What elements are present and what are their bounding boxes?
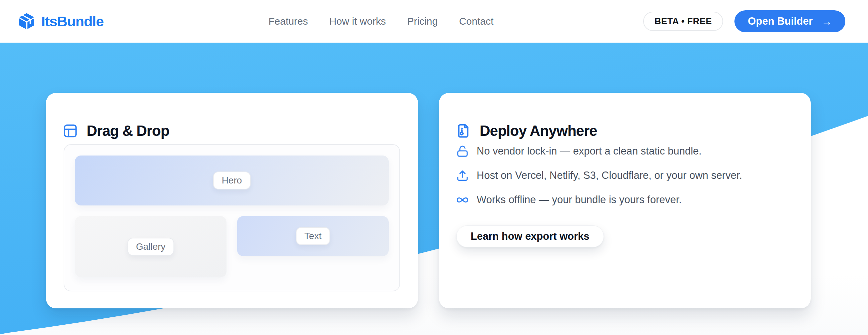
beta-free-badge: BETA • FREE [643,12,723,31]
open-builder-label: Open Builder [748,15,813,27]
drag-drop-title: Drag & Drop [87,123,169,139]
nav-item-features[interactable]: Features [269,16,308,27]
list-item: Host on Vercel, Netlify, S3, Cloudflare,… [456,167,742,184]
gallery-block[interactable]: Gallery [75,216,226,277]
arrow-right-icon: → [822,15,832,28]
infinity-icon [456,194,469,206]
hero-block[interactable]: Hero [75,155,389,206]
file-export-icon [456,123,471,139]
unlock-icon [456,145,469,157]
bullet-text: Works offline — your bundle is yours for… [477,194,682,206]
text-block-label: Text [296,227,330,245]
upload-icon [456,170,469,182]
brand-name: ItsBundle [41,13,103,30]
landing-page: { "header": { "brand": "ItsBundle", "nav… [0,0,868,335]
layout-icon [63,123,78,139]
header-actions: BETA • FREE Open Builder → [643,0,845,42]
list-item: No vendor lock-in — export a clean stati… [456,143,742,159]
builder-canvas-mock: Hero Gallery Text [64,144,400,292]
builder-blocks-row: Gallery Text [75,216,389,277]
drag-drop-feature-card: Drag & Drop Hero Gallery Text [46,93,418,308]
nav-item-contact[interactable]: Contact [459,16,493,27]
bullet-text: Host on Vercel, Netlify, S3, Cloudflare,… [477,170,742,181]
main-nav: Features How it works Pricing Contact [269,0,494,42]
nav-item-how-it-works[interactable]: How it works [329,16,386,27]
brand-logo[interactable]: ItsBundle [17,0,103,42]
hero-block-label: Hero [213,172,251,189]
package-logo-icon [17,12,36,31]
nav-item-pricing[interactable]: Pricing [407,16,438,27]
learn-export-button[interactable]: Learn how export works [456,225,604,247]
deploy-anywhere-feature-card: Deploy Anywhere No vendor lock-in — expo… [439,93,811,308]
open-builder-button[interactable]: Open Builder → [735,10,845,32]
top-navigation-bar: ItsBundle Features How it works Pricing … [0,0,868,42]
gallery-block-label: Gallery [127,238,174,256]
bullet-text: No vendor lock-in — export a clean stati… [477,145,702,157]
text-block[interactable]: Text [237,216,389,256]
list-item: Works offline — your bundle is yours for… [456,191,742,208]
deploy-bullet-list: No vendor lock-in — export a clean stati… [456,143,742,208]
deploy-title: Deploy Anywhere [479,123,597,139]
